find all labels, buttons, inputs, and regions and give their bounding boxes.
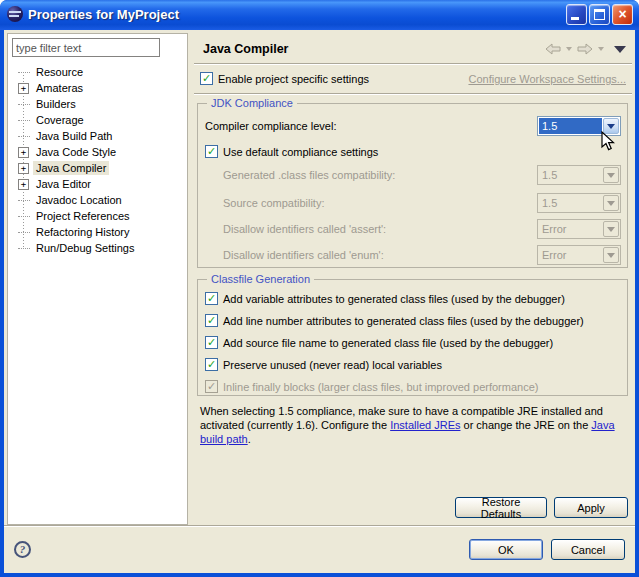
- generated-class-files-row: Generated .class files compatibility: 1.…: [205, 165, 621, 185]
- add-variable-attributes-label: Add variable attributes to generated cla…: [223, 293, 565, 305]
- inline-finally-blocks-row: ✓ Inline finally blocks (larger class fi…: [205, 380, 621, 393]
- minimize-button[interactable]: [566, 4, 587, 25]
- tree-stub: [18, 216, 30, 217]
- compliance-note: When selecting 1.5 compliance, make sure…: [200, 404, 626, 446]
- sidebar-item-label: Coverage: [33, 113, 87, 127]
- chevron-down-icon: [603, 195, 619, 211]
- preserve-unused-locals-checkbox[interactable]: ✓: [205, 358, 218, 371]
- help-button[interactable]: ?: [14, 541, 31, 558]
- sidebar-item-label: Run/Debug Settings: [33, 241, 137, 255]
- ok-button[interactable]: OK: [469, 539, 543, 560]
- add-source-file-name-row: ✓ Add source file name to generated clas…: [205, 336, 621, 349]
- add-variable-attributes-checkbox[interactable]: ✓: [205, 292, 218, 305]
- forward-arrow-icon: [576, 43, 594, 55]
- close-icon: ×: [613, 5, 632, 24]
- add-line-number-attributes-label: Add line number attributes to generated …: [223, 315, 584, 327]
- expand-toggle-icon[interactable]: +: [18, 179, 29, 190]
- classfile-generation-group: Classfile Generation ✓ Add variable attr…: [197, 279, 628, 396]
- restore-defaults-button[interactable]: Restore Defaults: [455, 497, 547, 518]
- sidebar-item-refactoring-history[interactable]: Refactoring History: [8, 224, 187, 240]
- disallow-assert-row: Disallow identifiers called 'assert': Er…: [205, 219, 621, 239]
- source-compatibility-label: Source compatibility:: [223, 197, 325, 209]
- add-line-number-attributes-checkbox[interactable]: ✓: [205, 314, 218, 327]
- sidebar-item-java-compiler[interactable]: + Java Compiler: [8, 160, 187, 176]
- add-line-number-attributes-row: ✓ Add line number attributes to generate…: [205, 314, 621, 327]
- source-compatibility-combobox: 1.5: [537, 193, 621, 213]
- tree-stub: [18, 72, 30, 73]
- sidebar-item-label: Amateras: [33, 81, 86, 95]
- properties-dialog: Properties for MyProject × Resource + Am…: [0, 0, 639, 577]
- expand-toggle-icon[interactable]: +: [18, 163, 29, 174]
- sidebar-item-label: Refactoring History: [33, 225, 133, 239]
- jdk-compliance-group-title: JDK Compliance: [207, 97, 297, 109]
- compiler-compliance-row: Compiler compliance level: 1.5: [205, 116, 621, 136]
- classfile-options: ✓ Add variable attributes to generated c…: [205, 280, 621, 393]
- note-text: or change the JRE on the: [460, 419, 591, 431]
- disallow-enum-combobox: Error: [537, 245, 621, 265]
- sidebar-item-builders[interactable]: Builders: [8, 96, 187, 112]
- question-mark-icon: ?: [20, 544, 26, 555]
- chevron-down-icon: [603, 247, 619, 263]
- tree-stub: [18, 200, 30, 201]
- expand-toggle-icon[interactable]: +: [18, 147, 29, 158]
- expand-toggle-icon[interactable]: +: [18, 83, 29, 94]
- sidebar-item-label: Resource: [33, 65, 86, 79]
- tree-stub: [18, 120, 30, 121]
- page-header: Java Compiler: [194, 39, 632, 59]
- sidebar-item-label: Project References: [33, 209, 133, 223]
- chevron-down-icon: [603, 167, 619, 183]
- close-button[interactable]: ×: [612, 4, 633, 25]
- cancel-button[interactable]: Cancel: [551, 539, 625, 560]
- add-variable-attributes-row: ✓ Add variable attributes to generated c…: [205, 292, 621, 305]
- sidebar-item-java-code-style[interactable]: + Java Code Style: [8, 144, 187, 160]
- add-source-file-name-checkbox[interactable]: ✓: [205, 336, 218, 349]
- chevron-down-icon: [603, 221, 619, 237]
- use-default-compliance-row: ✓ Use default compliance settings: [205, 145, 621, 158]
- window-controls: ×: [566, 4, 633, 25]
- back-menu-icon: [566, 47, 572, 51]
- disallow-assert-label: Disallow identifiers called 'assert':: [223, 223, 386, 235]
- sidebar-item-coverage[interactable]: Coverage: [8, 112, 187, 128]
- dialog-body: Resource + Amateras Builders Coverage Ja…: [4, 30, 635, 573]
- preserve-unused-locals-label: Preserve unused (never read) local varia…: [223, 359, 442, 371]
- forward-menu-icon: [598, 47, 604, 51]
- sidebar-item-project-references[interactable]: Project References: [8, 208, 187, 224]
- sidebar-item-label: Java Editor: [33, 177, 94, 191]
- tree-stub: [18, 104, 30, 105]
- disallow-assert-combobox: Error: [537, 219, 621, 239]
- tree-stub: [18, 232, 30, 233]
- enable-project-settings-checkbox[interactable]: ✓: [200, 72, 213, 85]
- page-nav: [544, 43, 626, 55]
- sidebar-item-java-build-path[interactable]: Java Build Path: [8, 128, 187, 144]
- apply-button[interactable]: Apply: [554, 497, 628, 518]
- sidebar-item-resource[interactable]: Resource: [8, 64, 187, 80]
- dialog-footer: ? OK Cancel: [4, 525, 635, 573]
- compiler-compliance-combobox[interactable]: 1.5: [537, 116, 621, 136]
- configure-workspace-settings-link: Configure Workspace Settings...: [468, 73, 626, 85]
- generated-class-files-combobox: 1.5: [537, 165, 621, 185]
- enable-settings-row: ✓ Enable project specific settings Confi…: [194, 71, 632, 86]
- maximize-button[interactable]: [589, 4, 610, 25]
- separator: [194, 93, 632, 94]
- chevron-down-icon[interactable]: [603, 118, 619, 134]
- compiler-compliance-label: Compiler compliance level:: [205, 120, 336, 132]
- sidebar-item-java-editor[interactable]: + Java Editor: [8, 176, 187, 192]
- java-compiler-page: Java Compiler ✓ Enable project specific: [194, 33, 632, 525]
- maximize-icon: [594, 9, 605, 20]
- filter-input[interactable]: [12, 38, 160, 57]
- sidebar-item-run-debug-settings[interactable]: Run/Debug Settings: [8, 240, 187, 256]
- sidebar-item-javadoc-location[interactable]: Javadoc Location: [8, 192, 187, 208]
- use-default-compliance-checkbox[interactable]: ✓: [205, 145, 218, 158]
- note-text: .: [248, 433, 251, 445]
- use-default-compliance-label: Use default compliance settings: [223, 146, 378, 158]
- sidebar-item-amateras[interactable]: + Amateras: [8, 80, 187, 96]
- view-menu-icon[interactable]: [614, 46, 626, 53]
- minimize-icon: [571, 17, 579, 20]
- compiler-compliance-value: 1.5: [539, 118, 602, 134]
- eclipse-logo-icon: [7, 6, 23, 22]
- preserve-unused-locals-row: ✓ Preserve unused (never read) local var…: [205, 358, 621, 371]
- page-title: Java Compiler: [203, 42, 544, 56]
- disallow-enum-label: Disallow identifiers called 'enum':: [223, 249, 384, 261]
- source-compatibility-value: 1.5: [539, 195, 602, 211]
- installed-jres-link[interactable]: Installed JREs: [390, 419, 460, 431]
